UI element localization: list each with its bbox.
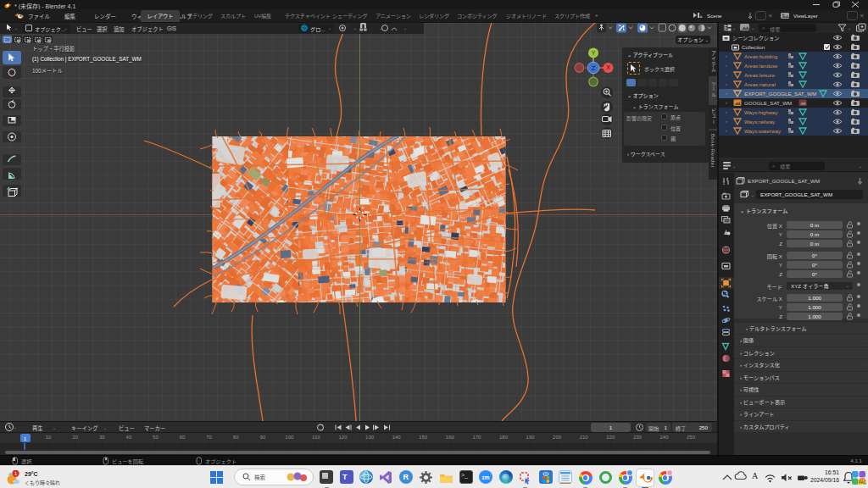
svg-text:PAQ: PAQ (859, 480, 866, 485)
svg-text:1: 1 (14, 471, 17, 476)
